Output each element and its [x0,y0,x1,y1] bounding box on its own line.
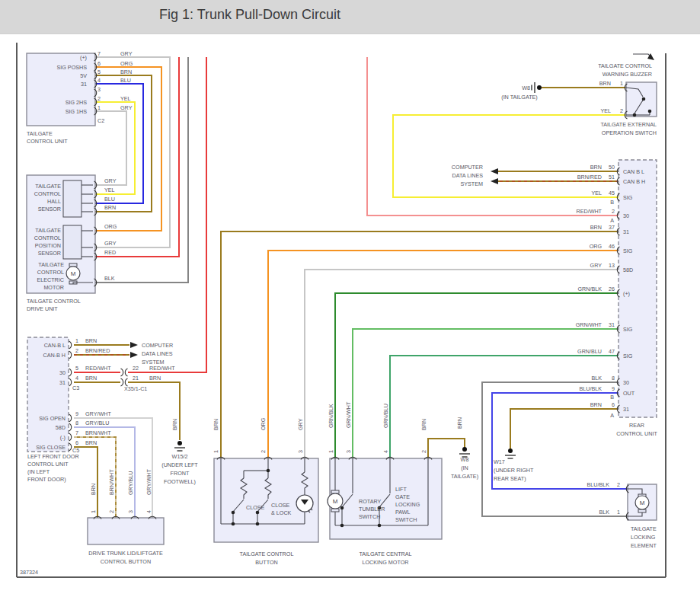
diagram-label: 31 [81,81,87,88]
diagram-label: SENSOR [38,250,61,257]
diagram-label: ELECTRIC [37,276,64,283]
diagram-label: W15/2 [172,453,188,460]
sw-top-dot [642,97,646,101]
diagram-label: 31 [609,321,615,328]
wire-redwht-2 [367,57,618,215]
diagram-label: 31 [59,379,66,386]
diagram-label: OUT [623,390,635,397]
diagram-label: BRN [104,204,116,211]
drive-motor-terminal-top [69,263,77,267]
diagram-label: TAILGATE CONTROL [27,298,81,305]
ground-w8-bottom-dot [462,447,467,452]
diagram-label: DRIVE UNIT [27,305,58,312]
pin-arc [69,351,72,359]
diagram-label: BLU/BLK [579,385,602,392]
diagram-label: W17 [494,458,505,465]
sw-left-dot [633,113,637,117]
diagram-label: RED/WHT [85,365,111,372]
diagram-label: DATA LINES [142,350,173,357]
diagram-label: FOOTWELL) [164,478,196,485]
diagram-label: SYSTEM [460,180,483,187]
diagram-label: HALL [47,198,61,205]
diagram-label: BRN [456,417,463,429]
diagram-label: LEFT FRONT DOOR [27,453,79,460]
diagram-label: POSITION [35,242,61,249]
diagram-label: GATE [395,493,410,500]
diagram-label: 3 [97,86,101,93]
wire-grnblk-26 [335,293,618,458]
wire-brn-lockmotor-ground [428,439,465,458]
diagram-label: A [610,412,614,419]
diagram-label: BRN [599,80,611,87]
diagram-label: 30 [623,379,629,386]
diagram-label: A [610,217,614,224]
diagram-canvas: MMM(+)SIG POSHS5V31SIG 2HSSIG 1HSC276543… [0,34,700,597]
diagram-label: ORG [120,60,133,67]
diagram-label: FRONT DOOR) [27,476,66,483]
diagram-label: CAN B L [623,168,644,175]
diagram-label: TAILGATE CONTROL [240,551,294,557]
pin-arc [69,433,72,441]
diagram-label: (UNDER LEFT [161,461,198,468]
diagram-label: BLK [599,509,609,516]
diagram-label: 1 [97,104,101,111]
diagram-label: CLOSE [271,502,290,509]
wire-brn-37 [221,231,618,458]
diagram-label: GRY [104,240,117,247]
mtr-bus-dot1 [340,524,344,528]
diagram-label: SIG [623,247,633,254]
diagram-label: & LOCK [271,509,292,516]
diagram-label: 9 [612,385,615,392]
diagram-label: BLK [104,275,115,282]
mtr-tip1-dot [340,506,344,510]
diagram-label: GRY [297,418,304,430]
wire-redwht-30-main [128,57,206,372]
pin-arc [121,378,123,386]
diagram-label: CONTROL UNIT [27,138,68,145]
btn-junction-dot [267,469,270,473]
diagram-label: BLU/BLK [587,481,609,488]
diagram-label: CONTROL UNIT [616,430,657,437]
diagram-label: 1 [617,509,620,516]
diagram-label: 46 [609,243,615,250]
diagram-label: 2 [75,347,78,354]
diagram-label: TAILGATE [35,183,61,190]
diagram-label: 387324 [20,569,38,576]
diagram-label: 31 [623,406,629,413]
pin-arc [69,423,72,431]
diagram-label: (UNDER RIGHT [494,467,534,474]
diagram-label: ORG [104,223,117,230]
arrow-computer-left-1 [130,342,138,348]
diagram-label: ORG [590,243,603,250]
diagram-label: BRN [213,419,219,430]
wire-blk-8 [482,382,628,516]
diagram-label: 26 [609,286,615,292]
diagram-label: (-) [60,434,66,441]
diagram-label: 5 [75,365,78,372]
diagram-label: BLK [591,375,602,382]
arrow-computer-right-1 [491,168,498,174]
diagram-label: SIG [623,194,633,201]
diagram-label: GRN/BLU [382,404,389,428]
diagram-label: BRN [590,224,602,231]
diagram-label: SWITCH [359,513,380,520]
arrow-computer-right-2 [491,178,498,184]
locking-motor-circle-label: M [333,498,338,505]
diagram-label: RED [104,249,116,256]
diagram-label: 2 [420,450,427,453]
diagram-label: GRY/WHT [85,410,111,417]
diagram-label: WARNING BUZZER [603,71,652,78]
diagram-label: GRN/WHT [345,401,352,428]
pin-arc [69,341,72,349]
diagram-label: BRN/WHT [85,429,111,436]
diagram-label: DATA LINES [452,172,484,179]
diagram-label: COMPUTER [142,342,173,349]
diagram-label: 8 [612,375,615,382]
diagram-label: BRN/RED [577,174,602,180]
mtr-bus-dot2 [378,524,382,528]
wire-yel-45 [393,115,626,197]
diagram-label: 7 [75,429,78,436]
diagram-label: CAN-B H [43,352,66,359]
diagram-label: (+) [623,290,630,297]
diagram-label: BUTTON [255,559,277,566]
